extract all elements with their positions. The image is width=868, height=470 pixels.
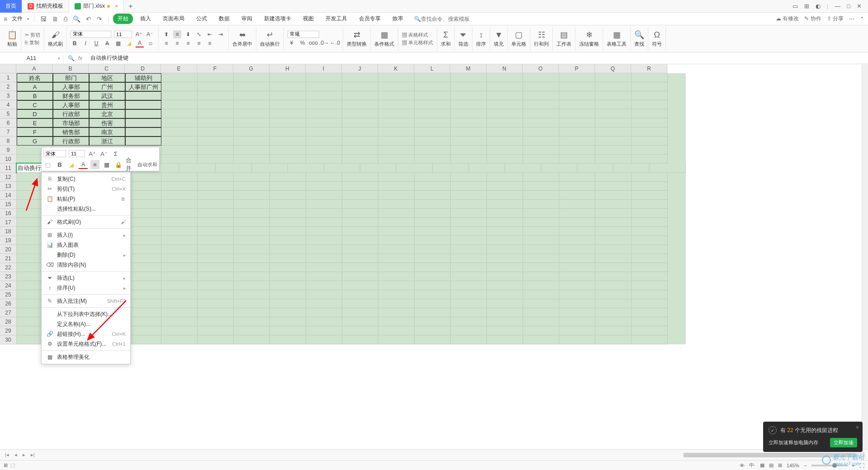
cell[interactable] (559, 146, 595, 155)
cell[interactable] (415, 290, 451, 299)
cell[interactable] (342, 335, 378, 344)
cell[interactable] (378, 218, 415, 227)
cell[interactable]: 销售部 (53, 127, 89, 136)
cell[interactable] (270, 254, 306, 263)
cell[interactable] (125, 317, 161, 326)
cell[interactable] (595, 146, 632, 155)
cell[interactable] (632, 263, 668, 272)
cell[interactable] (632, 200, 668, 209)
cell[interactable] (270, 227, 306, 236)
cell[interactable] (161, 308, 198, 317)
view-zh-icon[interactable]: 中· (749, 462, 755, 469)
cell[interactable] (451, 146, 487, 155)
cell[interactable] (198, 82, 234, 91)
cell[interactable] (559, 272, 595, 281)
tab-doc[interactable]: 部门.xlsx× (69, 0, 124, 13)
cell[interactable] (451, 109, 487, 118)
cell[interactable] (198, 317, 234, 326)
cell[interactable]: F (17, 127, 53, 136)
cell[interactable] (161, 326, 198, 335)
mini-font[interactable] (43, 150, 66, 157)
cell[interactable] (198, 182, 234, 191)
cell[interactable] (378, 299, 415, 308)
collapse-icon[interactable]: ⌃ (860, 16, 864, 22)
mini-size[interactable] (69, 150, 85, 157)
cell[interactable] (125, 109, 161, 118)
name-box[interactable]: A11 (0, 55, 63, 61)
cell[interactable] (125, 236, 161, 245)
cell[interactable] (559, 290, 595, 299)
cell[interactable] (306, 82, 342, 91)
tablestyle-button[interactable]: ▦ 表格样式 (402, 32, 428, 38)
cell[interactable] (288, 164, 324, 173)
mini-select[interactable]: ⬚ (43, 160, 52, 169)
cell[interactable] (342, 254, 378, 263)
view-page-icon[interactable]: ▤ (769, 462, 774, 468)
cell[interactable] (632, 272, 668, 281)
col-header[interactable]: A (16, 64, 52, 73)
ctx-paste[interactable]: 📋粘贴(P)🗎 (42, 194, 130, 204)
minimize-button[interactable]: — (835, 3, 840, 9)
cell[interactable] (487, 281, 523, 290)
cell[interactable] (342, 155, 378, 164)
cell[interactable] (161, 272, 198, 281)
cell[interactable] (306, 182, 342, 191)
cell[interactable] (270, 82, 306, 91)
cell[interactable] (234, 209, 270, 218)
cell[interactable] (306, 335, 342, 344)
cell[interactable]: D (17, 109, 53, 118)
cell[interactable] (487, 209, 523, 218)
ribbon-tab-formula[interactable]: 公式 (192, 14, 212, 24)
cell[interactable] (632, 245, 668, 254)
align-center[interactable]: ≡ (173, 39, 181, 47)
cell[interactable] (415, 127, 451, 136)
col-header[interactable]: J (342, 64, 378, 73)
cell[interactable] (342, 136, 378, 146)
cell[interactable] (559, 82, 595, 91)
cell[interactable] (487, 236, 523, 245)
cell[interactable] (198, 155, 234, 164)
row-header[interactable]: 29 (0, 326, 16, 335)
cell[interactable] (270, 182, 306, 191)
mini-fontcolor[interactable]: A (79, 160, 88, 169)
cell[interactable] (523, 82, 559, 91)
cell[interactable] (523, 335, 559, 344)
row-header[interactable]: 3 (0, 91, 16, 100)
cell[interactable] (161, 82, 198, 91)
cell[interactable] (559, 155, 595, 164)
cell[interactable] (342, 127, 378, 136)
row-header[interactable]: 13 (0, 182, 16, 191)
cell[interactable] (595, 209, 632, 218)
cell[interactable] (270, 308, 306, 317)
col-header[interactable]: L (414, 64, 450, 73)
ribbon-tab-start[interactable]: 开始 (113, 14, 133, 24)
cell[interactable] (234, 73, 270, 82)
cell[interactable] (487, 326, 523, 335)
new-tab-button[interactable]: + (124, 2, 137, 10)
row-header[interactable]: 4 (0, 100, 16, 109)
cell[interactable] (487, 109, 523, 118)
cell[interactable] (415, 100, 451, 109)
cell[interactable] (523, 272, 559, 281)
cell[interactable] (198, 146, 234, 155)
cell[interactable] (125, 290, 161, 299)
ctx-chart[interactable]: 📊插入图表 (42, 240, 130, 250)
cell[interactable] (451, 218, 487, 227)
cell[interactable] (523, 281, 559, 290)
formula-input[interactable]: 自动换行快捷键 (87, 54, 868, 62)
align-dist[interactable]: ≡ (206, 39, 214, 47)
cell[interactable] (523, 227, 559, 236)
condfmt-button[interactable]: ▦条件格式 (374, 30, 394, 47)
cell[interactable] (270, 290, 306, 299)
cell[interactable] (161, 136, 198, 146)
cell[interactable] (378, 118, 415, 127)
cell[interactable] (378, 272, 415, 281)
cell[interactable] (234, 308, 270, 317)
cell[interactable] (234, 136, 270, 146)
cell[interactable] (234, 299, 270, 308)
cell[interactable] (487, 100, 523, 109)
cell[interactable]: 广州 (89, 82, 125, 91)
cell[interactable] (270, 173, 306, 182)
cell[interactable] (451, 308, 487, 317)
cell[interactable] (415, 245, 451, 254)
